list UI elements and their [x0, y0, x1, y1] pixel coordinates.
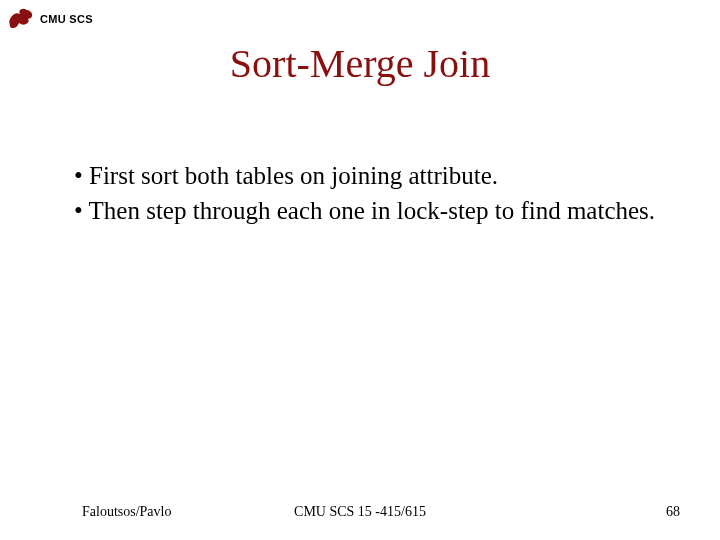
slide-title: Sort-Merge Join: [0, 40, 720, 87]
bullet-item: First sort both tables on joining attrib…: [74, 160, 660, 191]
header-org-label: CMU SCS: [40, 13, 93, 25]
slide: CMU SCS Sort-Merge Join First sort both …: [0, 0, 720, 540]
bullet-item: Then step through each one in lock-step …: [74, 195, 660, 226]
slide-body: First sort both tables on joining attrib…: [74, 160, 660, 231]
cmu-griffin-icon: [6, 6, 34, 32]
footer-page-number: 68: [666, 504, 680, 520]
footer-course: CMU SCS 15 -415/615: [0, 504, 720, 520]
slide-header: CMU SCS: [6, 6, 93, 32]
